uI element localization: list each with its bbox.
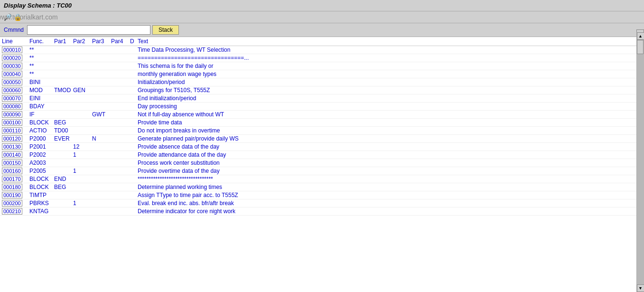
table-row[interactable]: 000060MODTMODGENGroupings for T510S, T55… bbox=[0, 86, 636, 94]
cell-line: 000090 bbox=[2, 111, 29, 118]
cell-description: Groupings for T510S, T555Z bbox=[138, 87, 635, 94]
cell-par4 bbox=[111, 103, 130, 110]
cell-par1 bbox=[54, 95, 73, 102]
main-content: Line Func. Par1 Par2 Par3 Par4 D Text 00… bbox=[0, 37, 636, 292]
table-row[interactable]: 000090IFGWTNot if full-day absence witho… bbox=[0, 111, 636, 119]
cell-par3 bbox=[92, 79, 111, 85]
cell-description: ********************************** bbox=[138, 176, 635, 182]
cell-par4 bbox=[111, 184, 130, 190]
cell-par3 bbox=[92, 71, 111, 77]
stack-button[interactable]: Stack bbox=[152, 25, 179, 35]
lock-icon[interactable]: 🔒 bbox=[14, 13, 22, 21]
cell-par1: TMOD bbox=[54, 87, 73, 94]
cell-par2 bbox=[73, 111, 92, 118]
table-row[interactable]: 000020**================================… bbox=[0, 54, 636, 62]
col-par2: Par2 bbox=[73, 38, 92, 45]
cell-par4 bbox=[111, 63, 130, 69]
command-label: Cmmnd bbox=[4, 27, 25, 33]
cell-func: KNTAG bbox=[29, 208, 54, 215]
cell-d bbox=[130, 200, 138, 207]
cell-par1 bbox=[54, 200, 73, 207]
cell-description: Provide time data bbox=[138, 119, 635, 126]
table-row[interactable]: 000030**This schema is for the daily or bbox=[0, 62, 636, 70]
cell-par4 bbox=[111, 87, 130, 94]
col-text: Text bbox=[138, 38, 635, 45]
cell-par2 bbox=[73, 176, 92, 182]
table-row[interactable]: 000040**monthly generation wage types bbox=[0, 70, 636, 78]
table-row[interactable]: 000150A2003Process work center substitut… bbox=[0, 159, 636, 167]
cell-par4 bbox=[111, 47, 130, 53]
cell-par4 bbox=[111, 127, 130, 134]
scrollbar-up[interactable]: ▲ bbox=[637, 32, 644, 40]
cell-d bbox=[130, 111, 138, 118]
cell-func: BLOCK bbox=[29, 176, 54, 182]
command-input[interactable] bbox=[27, 25, 150, 35]
cell-line: 000140 bbox=[2, 151, 29, 158]
table-row[interactable]: 000140P20021Provide attendance data of t… bbox=[0, 151, 636, 159]
cell-par1: TD00 bbox=[54, 127, 73, 134]
cell-d bbox=[130, 63, 138, 69]
cell-line: 000110 bbox=[2, 127, 29, 134]
cell-func: BDAY bbox=[29, 103, 54, 110]
table-row[interactable]: 000050BINIInitialization/period bbox=[0, 78, 636, 86]
cell-d bbox=[130, 103, 138, 110]
cell-par3 bbox=[92, 63, 111, 69]
cell-par4 bbox=[111, 168, 130, 174]
table-row[interactable]: 000100BLOCKBEGProvide time data bbox=[0, 119, 636, 127]
cell-func: A2003 bbox=[29, 160, 54, 166]
cell-line: 000120 bbox=[2, 135, 29, 142]
table-row[interactable]: 000210KNTAGDetermine indicator for core … bbox=[0, 207, 636, 216]
cell-line: 000170 bbox=[2, 176, 29, 182]
table-row[interactable]: 000120P2000EVERNGenerate planned pair/pr… bbox=[0, 135, 636, 143]
table-row[interactable]: 000070EINIEnd initialization/period bbox=[0, 94, 636, 103]
scrollbar-thumb[interactable] bbox=[637, 40, 644, 54]
cell-description: Process work center substitution bbox=[138, 160, 635, 166]
cell-par4 bbox=[111, 55, 130, 61]
col-par4: Par4 bbox=[111, 38, 130, 45]
table-row[interactable]: 000080BDAYDay processing bbox=[0, 103, 636, 111]
cell-par1 bbox=[54, 71, 73, 77]
cell-d bbox=[130, 168, 138, 174]
cell-par2 bbox=[73, 208, 92, 215]
cell-par3 bbox=[92, 47, 111, 53]
cell-line: 000020 bbox=[2, 55, 29, 61]
cell-par3 bbox=[92, 119, 111, 126]
cell-d bbox=[130, 79, 138, 85]
cell-description: Initialization/period bbox=[138, 79, 635, 85]
cell-par4 bbox=[111, 151, 130, 158]
cell-func: P2002 bbox=[29, 151, 54, 158]
cell-par2: 1 bbox=[73, 168, 92, 174]
cell-func: PBRKS bbox=[29, 200, 54, 207]
cell-d bbox=[130, 143, 138, 150]
cell-line: 000050 bbox=[2, 79, 29, 85]
cell-line: 000040 bbox=[2, 71, 29, 77]
cell-d bbox=[130, 135, 138, 142]
cell-description: Assign TType to time pair acc. to T555Z bbox=[138, 192, 635, 198]
watermark: © www.tutorialkart.com bbox=[0, 13, 332, 21]
cell-line: 000180 bbox=[2, 184, 29, 190]
scrollbar-down[interactable]: ▼ bbox=[637, 284, 644, 292]
cell-func: ** bbox=[29, 63, 54, 69]
col-func: Func. bbox=[29, 38, 54, 45]
cell-par1: EVER bbox=[54, 135, 73, 142]
table-row[interactable]: 000130P200112Provide absence data of the… bbox=[0, 143, 636, 151]
cell-par1 bbox=[54, 63, 73, 69]
table-row[interactable]: 000190TIMTPAssign TType to time pair acc… bbox=[0, 191, 636, 199]
cell-line: 000010 bbox=[2, 47, 29, 53]
table-row[interactable]: 000160P20051Provide overtime data of the… bbox=[0, 167, 636, 175]
table-row[interactable]: 000110ACTIOTD00Do not import breaks in o… bbox=[0, 127, 636, 135]
cell-line: 000070 bbox=[2, 95, 29, 102]
cell-description: Provide overtime data of the day bbox=[138, 168, 635, 174]
cell-par2 bbox=[73, 192, 92, 198]
table-row[interactable]: 000010**Time Data Processing, WT Selecti… bbox=[0, 46, 636, 54]
table-row[interactable]: 000200PBRKS1Eval. break end inc. abs. bf… bbox=[0, 199, 636, 207]
cell-func: TIMTP bbox=[29, 192, 54, 198]
table-header: Line Func. Par1 Par2 Par3 Par4 D Text bbox=[0, 37, 636, 46]
table-row[interactable]: 000170BLOCKEND**************************… bbox=[0, 175, 636, 183]
cell-par4 bbox=[111, 143, 130, 150]
cell-par4 bbox=[111, 111, 130, 118]
table-row[interactable]: 000180BLOCKBEGDetermine planned working … bbox=[0, 183, 636, 191]
command-bar: Cmmnd Stack ▲ bbox=[0, 23, 644, 37]
glasses-icon[interactable]: 🔎 bbox=[4, 13, 12, 21]
cell-description: Day processing bbox=[138, 103, 635, 110]
